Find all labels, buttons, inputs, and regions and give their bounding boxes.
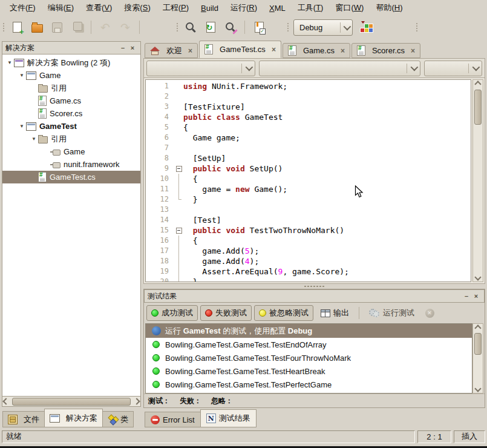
test-result-item[interactable]: Bowling.GameTest.GameTest.TestPerfectGam… <box>146 378 472 391</box>
menu-xml[interactable]: XML <box>263 2 292 15</box>
status-message: 就绪 <box>2 430 415 443</box>
tab-welcome[interactable]: 欢迎× <box>145 43 198 58</box>
type-selector-combo[interactable] <box>146 61 255 76</box>
deploy-button[interactable] <box>357 19 375 35</box>
menu-search[interactable]: 搜索(S) <box>118 1 156 15</box>
tree-item-solution-bowling[interactable]: ▼解决方案 Bowling (2 项) <box>2 56 140 69</box>
toolbar-grip[interactable] <box>287 22 289 32</box>
toolbar-grip[interactable] <box>176 22 178 32</box>
member-selector-combo[interactable] <box>259 61 420 76</box>
configuration-selector[interactable]: Debug <box>293 19 353 36</box>
tree-item-project-gametest[interactable]: ▼GameTest <box>2 120 140 133</box>
tab-solution[interactable]: 解决方案 <box>44 409 103 427</box>
close-tab-icon[interactable]: × <box>341 47 345 55</box>
scroll-down-icon[interactable] <box>474 385 481 392</box>
expander-icon[interactable]: ▼ <box>30 136 38 142</box>
scroll-left-icon[interactable] <box>2 398 9 404</box>
undo-button[interactable]: ↶ <box>97 19 113 35</box>
expander-icon[interactable]: ▼ <box>18 73 26 78</box>
fold-marker-icon[interactable] <box>174 163 183 174</box>
replace-button[interactable] <box>223 19 238 35</box>
tab-scorer-cs[interactable]: Scorer.cs× <box>351 43 420 58</box>
failed-tests-toggle[interactable]: 失败测试 <box>200 305 252 321</box>
tasks-button[interactable] <box>251 19 267 35</box>
tab-test-results[interactable]: 测试结果 <box>200 409 257 427</box>
code-editor[interactable]: 1using NUnit.Framework;23[TestFixture]4p… <box>145 79 471 282</box>
tab-game-cs[interactable]: Game.cs× <box>283 43 350 58</box>
menu-help[interactable]: 帮助(H) <box>370 1 408 15</box>
toolbar-grip[interactable] <box>416 22 418 32</box>
editor-vertical-scrollbar[interactable] <box>472 79 483 282</box>
fold-marker-icon[interactable] <box>174 225 183 236</box>
testlist-vertical-scrollbar[interactable] <box>472 323 483 394</box>
tree-item-references-gametest[interactable]: ▼引用 <box>2 133 140 145</box>
tree-item-file-game-cs[interactable]: Game.cs <box>2 94 140 107</box>
code-line-20: 20 } <box>146 277 471 282</box>
tree-item-file-scorer-cs[interactable]: Scorer.cs <box>2 107 140 120</box>
expander-icon[interactable]: ▼ <box>18 124 26 129</box>
ignored-tests-toggle[interactable]: 被忽略测试 <box>254 305 313 321</box>
close-tab-icon[interactable]: × <box>411 47 415 55</box>
save-all-button[interactable] <box>69 19 85 35</box>
menu-run[interactable]: 运行(R) <box>224 1 263 15</box>
scroll-up-icon[interactable] <box>474 324 481 331</box>
expander-icon[interactable]: ▼ <box>5 60 14 65</box>
close-tab-icon[interactable]: × <box>272 45 276 54</box>
menu-window[interactable]: 窗口(W) <box>329 1 370 15</box>
tab-files[interactable]: 文件 <box>2 411 45 427</box>
menu-edit[interactable]: 编辑(E) <box>42 1 80 15</box>
tab-error-list[interactable]: Error List <box>145 412 201 427</box>
tab-classes[interactable]: 类 <box>102 411 134 427</box>
menu-file[interactable]: 文件(F) <box>4 1 42 15</box>
test-pass-icon <box>152 381 160 388</box>
fold-margin <box>174 277 183 282</box>
tab-gametest-cs[interactable]: GameTest.cs× <box>199 41 281 58</box>
ref-icon <box>53 162 60 168</box>
close-tab-icon[interactable]: × <box>188 47 192 55</box>
minimize-panel-button[interactable]: – <box>118 44 128 53</box>
test-run-info-row[interactable]: 运行 GameTest 的测试，使用配置 Debug <box>146 324 472 338</box>
save-button[interactable] <box>49 19 65 35</box>
find-in-files-button[interactable] <box>203 19 218 35</box>
minimize-panel-button[interactable]: – <box>462 292 471 301</box>
menu-view[interactable]: 查看(V) <box>80 1 118 15</box>
stop-test-button[interactable]: ✕ <box>422 305 437 321</box>
save-all-icon <box>73 22 82 31</box>
menu-project[interactable]: 工程(P) <box>157 1 195 15</box>
tree-horizontal-scrollbar[interactable] <box>2 397 141 407</box>
solution-tree[interactable]: ▼解决方案 Bowling (2 项)▼Game引用Game.csScorer.… <box>2 54 141 397</box>
search-button[interactable] <box>183 19 198 35</box>
scroll-right-icon[interactable] <box>133 398 140 404</box>
test-result-item[interactable]: Bowling.GameTest.GameTest.TestHeartBreak <box>146 364 472 378</box>
menu-tools[interactable]: 工具(T) <box>292 1 330 15</box>
scrollbar-thumb[interactable] <box>12 398 131 406</box>
open-file-button[interactable] <box>29 19 45 35</box>
redo-button[interactable]: ↷ <box>117 19 133 35</box>
project-icon <box>26 122 36 131</box>
output-toggle[interactable]: 输出 <box>316 305 354 321</box>
scroll-up-icon[interactable] <box>474 81 481 87</box>
scrollbar-thumb[interactable] <box>474 333 482 355</box>
nunit-icon <box>206 413 216 423</box>
scroll-down-icon[interactable] <box>474 274 481 280</box>
tree-item-file-gametest-cs[interactable]: GameTest.cs <box>2 171 140 183</box>
close-panel-button[interactable]: × <box>128 44 137 53</box>
region-selector-combo[interactable] <box>424 61 482 76</box>
tree-item-reference-game[interactable]: Game <box>2 145 140 158</box>
run-test-button[interactable]: 运行测试 <box>364 305 419 321</box>
close-panel-button[interactable]: × <box>471 292 481 301</box>
new-file-button[interactable] <box>9 19 25 35</box>
panel-splitter[interactable] <box>143 284 485 289</box>
tree-item-references-game[interactable]: 引用 <box>2 82 140 94</box>
test-result-item[interactable]: Bowling.GameTest.GameTest.TestEndOfArray <box>146 338 472 351</box>
fold-margin <box>174 236 183 246</box>
menu-build[interactable]: Build <box>195 2 224 15</box>
test-results-list[interactable]: 运行 GameTest 的测试，使用配置 Debug Bowling.GameT… <box>145 323 472 394</box>
successful-tests-toggle[interactable]: 成功测试 <box>146 305 198 321</box>
tree-item-project-game[interactable]: ▼Game <box>2 69 140 82</box>
test-result-item[interactable]: Bowling.GameTest.GameTest.TestFourThrowN… <box>146 351 472 364</box>
scrollbar-thumb[interactable] <box>474 90 482 125</box>
tree-item-reference-nunit-framework[interactable]: nunit.framework <box>2 158 140 171</box>
test-results-header: 测试结果 – × <box>144 289 485 303</box>
toolbar-grip[interactable] <box>2 22 5 32</box>
